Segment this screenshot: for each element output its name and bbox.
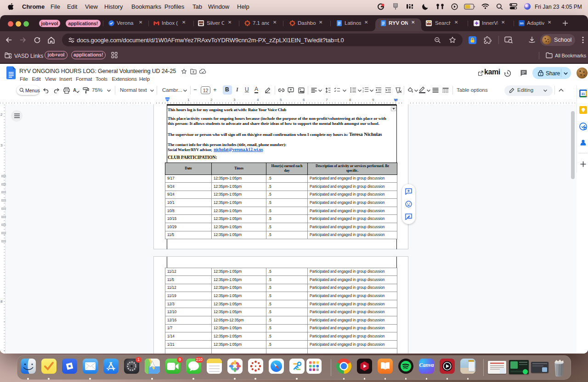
svg-text:1: 1 <box>362 87 364 90</box>
svg-text:SIS: SIS <box>520 22 524 25</box>
svg-text:2: 2 <box>362 90 364 93</box>
svg-text:31: 31 <box>581 92 585 96</box>
svg-text:A: A <box>73 88 76 93</box>
